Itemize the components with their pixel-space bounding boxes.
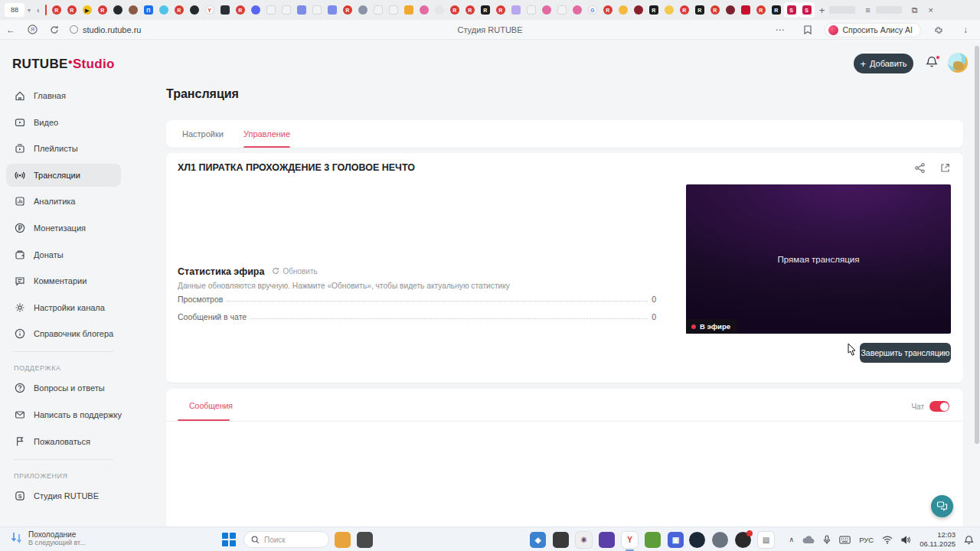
pinned-tab[interactable]: R xyxy=(233,2,248,18)
mail-app-icon[interactable]: ▣ xyxy=(668,532,684,548)
pinned-tab[interactable]: S xyxy=(784,2,799,18)
news-widget-icon[interactable]: ▤ xyxy=(758,532,774,548)
taskbar-clock[interactable]: 12:03 06.11.2025 xyxy=(920,530,956,549)
share-icon[interactable] xyxy=(914,162,926,174)
widgets-taskbar-icon[interactable] xyxy=(335,532,351,548)
pinned-tab[interactable] xyxy=(401,2,416,18)
weather-widget[interactable]: Похолодание В следующий вт... xyxy=(11,530,86,546)
restore-window-icon[interactable]: ⧉ xyxy=(912,5,918,15)
pinned-tab[interactable] xyxy=(432,2,447,18)
close-window-icon[interactable]: × xyxy=(929,5,933,15)
pinned-tab[interactable]: R xyxy=(478,2,493,18)
pinned-tab[interactable]: R xyxy=(677,2,692,18)
sidebar-item-report[interactable]: Пожаловаться xyxy=(6,430,121,453)
pinned-tab[interactable] xyxy=(723,2,738,18)
pinned-tab[interactable] xyxy=(554,2,570,18)
sidebar-item-analytics[interactable]: Аналитика xyxy=(6,190,121,213)
pinned-tab[interactable] xyxy=(126,2,141,18)
tab-settings[interactable]: Настройки xyxy=(182,120,224,148)
notification-center-icon[interactable] xyxy=(964,535,974,545)
pinned-tab[interactable] xyxy=(263,2,279,18)
wot-game-icon[interactable] xyxy=(553,532,569,548)
pinned-tab[interactable]: ▶ xyxy=(80,2,95,18)
pinned-tab[interactable]: S xyxy=(799,2,815,18)
taskbar-search[interactable]: Поиск xyxy=(243,531,329,548)
pinned-tab[interactable]: R xyxy=(64,2,80,18)
alice-ai-button[interactable]: Спросить Алису AI xyxy=(825,24,920,37)
pinned-tab[interactable] xyxy=(294,2,309,18)
pinned-tab[interactable] xyxy=(110,2,126,18)
pinned-tab[interactable] xyxy=(524,2,539,18)
pinned-tab[interactable] xyxy=(631,2,646,18)
open-external-icon[interactable] xyxy=(939,162,951,174)
microphone-icon[interactable] xyxy=(823,535,831,545)
sidebar-item-playlists[interactable]: Плейлисты xyxy=(6,137,121,160)
pinned-tab[interactable] xyxy=(309,2,325,18)
pinned-tab[interactable] xyxy=(156,2,172,18)
page-scrollbar[interactable] xyxy=(974,43,979,523)
pinned-tab[interactable] xyxy=(217,2,233,18)
pinned-tab[interactable]: R xyxy=(462,2,478,18)
profile-icon[interactable]: Я xyxy=(28,24,38,34)
new-tab-button[interactable]: + xyxy=(819,5,825,16)
pinned-tab[interactable] xyxy=(371,2,386,18)
pinned-tab[interactable] xyxy=(738,2,753,18)
start-button[interactable] xyxy=(222,533,236,546)
steam-icon[interactable] xyxy=(689,532,705,548)
sidebar-item-studio-app[interactable]: S Студия RUTUBE xyxy=(6,484,121,507)
pinned-tab[interactable]: R xyxy=(340,2,355,18)
pinned-tab[interactable]: R xyxy=(646,2,662,18)
refresh-icon[interactable] xyxy=(50,25,59,34)
onedrive-cloud-icon[interactable] xyxy=(802,536,815,544)
tray-chevron-icon[interactable]: ∧ xyxy=(789,536,795,543)
bookmark-icon[interactable] xyxy=(804,25,812,34)
sidebar-item-comments[interactable]: Комментарии xyxy=(6,269,121,292)
pinned-tab[interactable]: R xyxy=(753,2,769,18)
pinned-tab[interactable] xyxy=(539,2,554,18)
pinned-tab[interactable]: П xyxy=(141,2,156,18)
address-url[interactable]: studio.rutube.ru xyxy=(83,25,141,34)
pinned-tab[interactable]: R xyxy=(600,2,616,18)
sidebar-item-contact-support[interactable]: Написать в поддержку xyxy=(6,403,121,426)
pinned-tab[interactable] xyxy=(187,2,202,18)
support-chat-fab[interactable] xyxy=(931,495,953,517)
chat-toggle[interactable] xyxy=(929,401,949,412)
chevron-down-icon[interactable]: ▾ xyxy=(28,7,31,14)
browser-menu-icon[interactable]: ≡ xyxy=(865,5,870,15)
pinned-tab[interactable]: R xyxy=(769,2,784,18)
pinned-tab[interactable] xyxy=(570,2,585,18)
pinned-tab[interactable] xyxy=(662,2,677,18)
crosshair-app-icon[interactable]: ✳ xyxy=(576,532,592,548)
address-bar[interactable]: studio.rutube.ru xyxy=(70,25,141,34)
sidebar-item-monetization[interactable]: Монетизация xyxy=(6,217,121,240)
downloads-icon[interactable]: ↓ xyxy=(963,24,968,35)
volume-icon[interactable] xyxy=(901,536,911,544)
pinned-tab[interactable] xyxy=(416,2,432,18)
sidebar-item-donations[interactable]: Донаты xyxy=(6,243,121,266)
pinned-tab[interactable] xyxy=(325,2,340,18)
pinned-tab[interactable]: Y xyxy=(202,2,217,18)
pinned-tab[interactable]: R xyxy=(493,2,508,18)
rutube-studio-logo[interactable]: RUTUBE●Studio xyxy=(12,57,115,72)
stream-player[interactable]: Прямая трансляция В эфире xyxy=(686,184,951,334)
sidebar-item-faq[interactable]: Вопросы и ответы xyxy=(6,377,121,399)
touch-keyboard-icon[interactable] xyxy=(839,536,851,544)
pinned-tab[interactable] xyxy=(508,2,524,18)
scroll-tabs-left-icon[interactable]: ‹ xyxy=(37,5,40,15)
minecraft-icon[interactable] xyxy=(645,532,661,548)
yandex-browser-icon[interactable]: Y xyxy=(622,532,638,548)
extensions-icon[interactable] xyxy=(934,25,943,34)
app-blue-icon[interactable]: ◆ xyxy=(530,532,546,548)
tab-management[interactable]: Управление xyxy=(243,120,290,148)
end-stream-button[interactable]: Завершить трансляцию xyxy=(860,343,951,363)
refresh-stats-button[interactable]: Обновить xyxy=(272,267,317,276)
back-icon[interactable]: ← xyxy=(6,24,15,35)
sidebar-item-home[interactable]: Главная xyxy=(6,84,121,107)
notifications-button[interactable] xyxy=(925,55,942,72)
tab-messages[interactable]: Сообщения xyxy=(189,401,233,410)
language-indicator[interactable]: РУС xyxy=(859,536,874,544)
more-icon[interactable]: ⋯ xyxy=(775,24,784,35)
pinned-tab[interactable]: R xyxy=(95,2,110,18)
pinned-tab[interactable]: R xyxy=(692,2,707,18)
pinned-tab[interactable] xyxy=(279,2,294,18)
